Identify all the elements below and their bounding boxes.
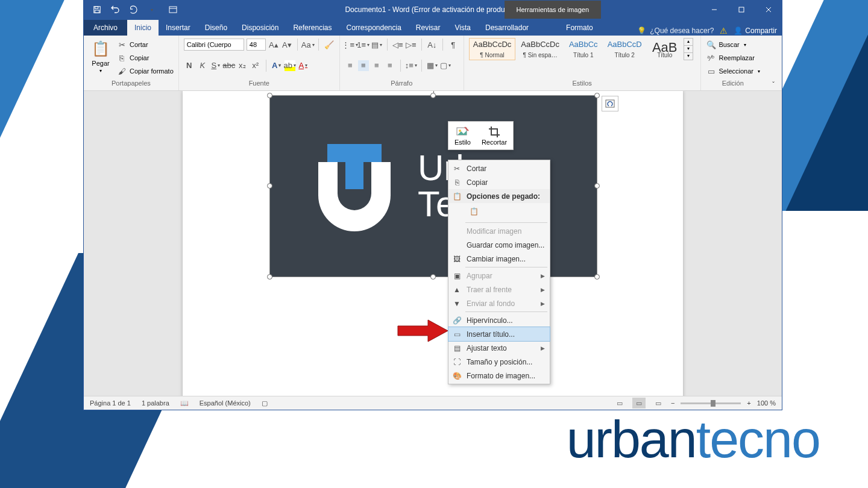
close-button[interactable] — [755, 1, 782, 19]
highlight-button[interactable]: ab — [285, 60, 295, 71]
zoom-out-button[interactable]: − — [671, 399, 675, 407]
italic-button[interactable]: K — [197, 60, 208, 71]
grow-font-button[interactable]: A▴ — [268, 39, 279, 50]
sort-button[interactable]: A↓ — [427, 39, 438, 50]
tab-references[interactable]: Referencias — [286, 20, 339, 36]
font-color-button[interactable]: A — [298, 60, 309, 71]
clear-formatting-button[interactable]: 🧹 — [324, 39, 335, 50]
ribbon-display-options-button[interactable] — [165, 3, 181, 16]
tab-design[interactable]: Diseño — [198, 20, 234, 36]
tab-developer[interactable]: Desarrollador — [478, 20, 536, 36]
style-heading1[interactable]: AaBbCcTítulo 1 — [565, 38, 602, 60]
find-button[interactable]: 🔍Buscar▾ — [706, 38, 760, 51]
collapse-ribbon-button[interactable]: ˇ — [765, 36, 782, 90]
group-font: A▴ A▾ Aa 🧹 N K S abc x₂ x² A ab A Fuente — [179, 36, 340, 90]
justify-button[interactable]: ≡ — [385, 60, 395, 71]
superscript-button[interactable]: x² — [250, 60, 261, 71]
layout-options-button[interactable] — [602, 96, 618, 111]
tab-review[interactable]: Revisar — [409, 20, 448, 36]
style-heading2[interactable]: AaBbCcDTítulo 2 — [603, 38, 646, 60]
font-name-combo[interactable] — [184, 39, 244, 51]
tab-mailings[interactable]: Correspondencia — [339, 20, 408, 36]
copy-button[interactable]: ⎘Copiar — [116, 51, 174, 64]
tab-layout[interactable]: Disposición — [234, 20, 286, 36]
resize-handle-tr[interactable] — [594, 93, 600, 98]
subscript-button[interactable]: x₂ — [237, 60, 248, 71]
ctx-save-as-image[interactable]: Guardar como imagen... — [448, 238, 550, 252]
status-words[interactable]: 1 palabra — [142, 399, 169, 407]
tell-me-search[interactable]: 💡 ¿Qué desea hacer? — [637, 27, 714, 35]
font-size-combo[interactable] — [247, 39, 266, 51]
bullets-button[interactable]: ⋮≡ — [345, 39, 356, 50]
replace-button[interactable]: ᵃ⁄ᵇReemplazar — [706, 51, 760, 64]
text-effects-button[interactable]: A — [271, 60, 282, 71]
format-painter-button[interactable]: 🖌Copiar formato — [116, 64, 174, 78]
show-marks-button[interactable]: ¶ — [448, 39, 459, 50]
decrease-indent-button[interactable]: ◁≡ — [392, 39, 403, 50]
shrink-font-button[interactable]: A▾ — [281, 39, 292, 50]
strikethrough-button[interactable]: abc — [224, 60, 234, 71]
paste-option-keep-source[interactable]: 📋 — [467, 204, 481, 219]
mini-style-button[interactable]: Estilo — [451, 124, 474, 147]
line-spacing-button[interactable]: ↕≡ — [406, 60, 417, 71]
styles-gallery[interactable]: AaBbCcDc¶ Normal AaBbCcDc¶ Sin espa… AaB… — [469, 38, 696, 60]
ctx-change-image[interactable]: 🖼Cambiar imagen... — [448, 252, 550, 266]
mini-crop-button[interactable]: Recortar — [478, 124, 511, 147]
resize-handle-t[interactable] — [430, 93, 436, 98]
save-button[interactable] — [89, 3, 105, 16]
numbering-button[interactable]: 1≡ — [358, 39, 369, 50]
styles-gallery-scroll[interactable]: ▴ ▾ ▾ — [684, 38, 693, 60]
paste-button[interactable]: 📋 Pegar ▾ — [89, 38, 113, 75]
redo-button[interactable] — [125, 3, 142, 16]
document-canvas[interactable]: Urban Tecno Estilo Recortar ✂Cortar ⎘Cop… — [84, 91, 782, 396]
resize-handle-l[interactable] — [267, 183, 272, 189]
minimize-button[interactable] — [700, 1, 728, 19]
cut-button[interactable]: ✂Cortar — [116, 38, 174, 51]
resize-handle-br[interactable] — [594, 274, 600, 280]
ctx-wrap-text[interactable]: ▤Ajustar texto▶ — [448, 341, 550, 355]
select-button[interactable]: ▭Seleccionar▾ — [706, 64, 760, 78]
align-left-button[interactable]: ≡ — [345, 60, 356, 71]
share-button[interactable]: 👤 Compartir — [734, 27, 777, 35]
status-language[interactable]: Español (México) — [200, 399, 251, 407]
align-center-button[interactable]: ≡ — [358, 60, 369, 71]
tab-file[interactable]: Archivo — [84, 20, 127, 36]
style-title[interactable]: AaBTítulo — [647, 38, 682, 60]
ctx-copy[interactable]: ⎘Copiar — [448, 175, 550, 189]
qat-customize-button[interactable] — [143, 3, 160, 16]
maximize-button[interactable] — [728, 1, 755, 19]
underline-button[interactable]: S — [210, 60, 221, 71]
spellcheck-icon[interactable]: 📖 — [180, 399, 189, 407]
style-normal[interactable]: AaBbCcDc¶ Normal — [469, 38, 516, 60]
borders-button[interactable]: ▢ — [440, 60, 451, 71]
resize-handle-b[interactable] — [430, 274, 436, 280]
view-read-mode[interactable]: ▭ — [613, 398, 626, 408]
macro-record-icon[interactable]: ▢ — [262, 399, 268, 407]
increase-indent-button[interactable]: ▷≡ — [406, 39, 417, 50]
zoom-level[interactable]: 100 % — [757, 399, 776, 407]
view-print-layout[interactable]: ▭ — [632, 398, 646, 408]
tab-format[interactable]: Formato — [559, 20, 600, 36]
style-nospacing[interactable]: AaBbCcDc¶ Sin espa… — [517, 38, 564, 60]
tab-view[interactable]: Vista — [448, 20, 478, 36]
align-right-button[interactable]: ≡ — [371, 60, 382, 71]
resize-handle-tl[interactable] — [267, 93, 272, 98]
multilevel-button[interactable]: ▤ — [371, 39, 382, 50]
tab-home[interactable]: Inicio — [127, 20, 159, 36]
zoom-slider[interactable] — [681, 402, 741, 404]
status-page[interactable]: Página 1 de 1 — [90, 399, 131, 407]
change-case-button[interactable]: Aa — [303, 39, 313, 50]
tab-insert[interactable]: Insertar — [159, 20, 198, 36]
shading-button[interactable]: ▦ — [427, 60, 438, 71]
view-web-layout[interactable]: ▭ — [652, 398, 665, 408]
zoom-in-button[interactable]: + — [747, 399, 750, 407]
resize-handle-bl[interactable] — [267, 274, 272, 280]
ctx-insert-caption[interactable]: ▭Insertar título... — [448, 327, 550, 341]
ctx-size-position[interactable]: ⛶Tamaño y posición... — [448, 355, 550, 369]
ctx-cut[interactable]: ✂Cortar — [448, 161, 550, 175]
undo-button[interactable] — [107, 3, 124, 16]
bold-button[interactable]: N — [184, 60, 195, 71]
resize-handle-r[interactable] — [594, 183, 600, 189]
ctx-hyperlink[interactable]: 🔗Hipervínculo... — [448, 313, 550, 327]
ctx-format-picture[interactable]: 🎨Formato de imagen... — [448, 369, 550, 383]
